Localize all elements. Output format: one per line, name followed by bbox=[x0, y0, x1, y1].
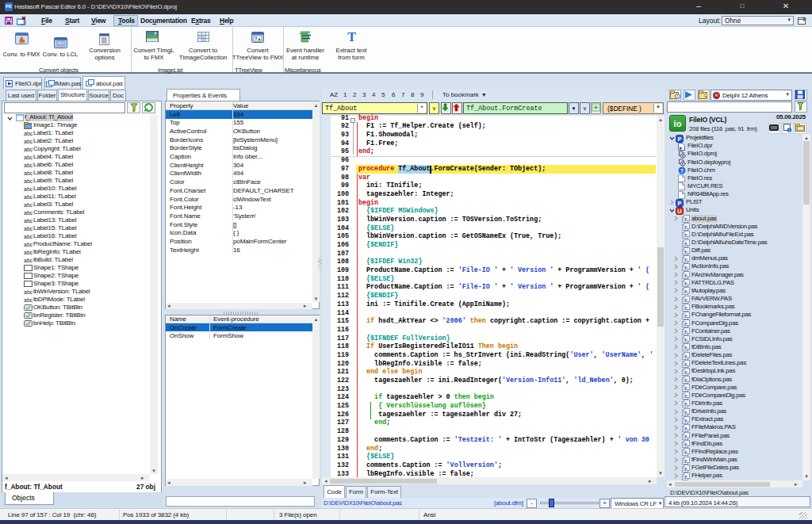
svg-text:abc: abc bbox=[24, 186, 33, 192]
svg-text:?: ? bbox=[680, 168, 684, 174]
svg-text:abc: abc bbox=[24, 234, 33, 239]
svg-text:abc: abc bbox=[24, 155, 33, 160]
svg-text:abc: abc bbox=[24, 202, 33, 208]
svg-text:abc: abc bbox=[24, 242, 33, 247]
svg-text:abc: abc bbox=[24, 131, 33, 136]
svg-text:abc: abc bbox=[24, 210, 33, 216]
svg-text:P: P bbox=[677, 200, 681, 207]
svg-text:abc: abc bbox=[24, 289, 33, 295]
svg-text:i: i bbox=[789, 128, 790, 132]
svg-text:P: P bbox=[677, 136, 681, 143]
svg-text:U: U bbox=[677, 208, 681, 215]
svg-text:abc: abc bbox=[24, 250, 33, 255]
svg-text:abc: abc bbox=[24, 178, 33, 184]
svg-text:abc: abc bbox=[24, 258, 33, 263]
svg-text:abc: abc bbox=[24, 297, 33, 303]
svg-text:abc: abc bbox=[24, 170, 33, 176]
svg-text:abc: abc bbox=[24, 139, 33, 144]
svg-text:abc: abc bbox=[24, 194, 33, 200]
svg-text:LG: LG bbox=[58, 41, 63, 46]
svg-text:abc: abc bbox=[24, 163, 33, 168]
svg-text:abc: abc bbox=[24, 218, 33, 224]
svg-text:T: T bbox=[347, 30, 356, 43]
svg-text:abc: abc bbox=[24, 147, 33, 152]
svg-text:abc: abc bbox=[24, 226, 33, 231]
